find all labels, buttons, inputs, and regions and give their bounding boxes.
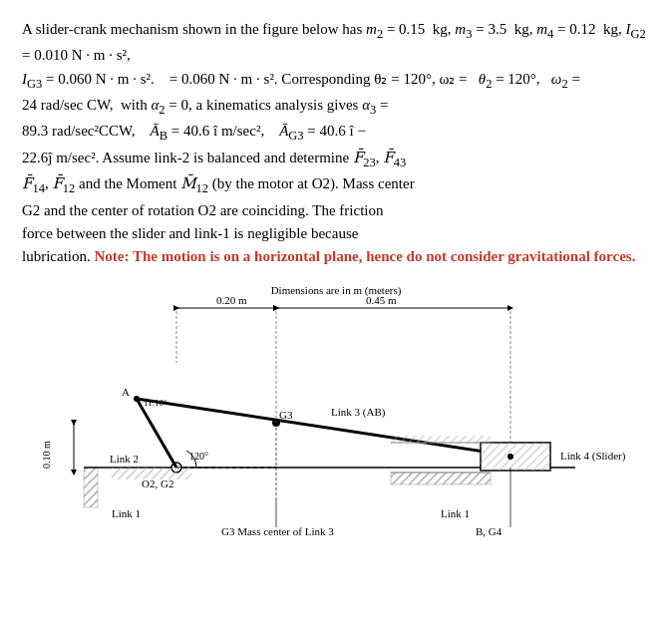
text-line-4: 89.3 rad/sec²CCW, ĀB = 40.6 î m/sec², ĀG…	[22, 120, 650, 146]
text-line-6: F̄14, F̄12 and the Moment M̄12 (by the m…	[22, 172, 650, 198]
text-line-3: 24 rad/sec CW, with α2 = 0, a kinematics…	[22, 94, 650, 120]
link2-line	[137, 399, 176, 468]
slider-hatch	[481, 443, 550, 471]
ground-hatch-o2	[112, 468, 191, 479]
text-line-5: 22.6ĵ m/sec². Assume link-2 is balanced …	[22, 147, 650, 172]
a-dot	[134, 396, 140, 402]
angle-120-label: 120°	[189, 451, 208, 462]
diagram-svg: Dimensions are in m (meters) 0.20 m 0.45…	[22, 278, 650, 567]
ground-left	[84, 468, 98, 507]
text-line-8: force between the slider and link-1 is n…	[22, 222, 650, 245]
link1-right-label: Link 1	[441, 507, 470, 519]
link4-label: Link 4 (Slider)	[560, 450, 626, 463]
link2-label: Link 2	[110, 453, 139, 465]
dim2-label: 0.45 m	[366, 294, 397, 306]
text-line-2: IG3 = 0.060 N · m · s². = 0.060 N · m · …	[22, 68, 650, 94]
angle-110-label: 11.10°	[144, 398, 168, 408]
link3-label: Link 3 (AB)	[331, 406, 386, 419]
g3-mass-label: G3 Mass center of Link 3	[221, 525, 334, 537]
ground-right-lower	[391, 473, 491, 484]
b-dot	[507, 454, 513, 460]
b-g4-label: B, G4	[476, 525, 503, 537]
problem-text: A slider-crank mechanism shown in the fi…	[22, 18, 650, 268]
a-label: A	[122, 386, 130, 398]
text-line-9: lubrication. Note: The motion is on a ho…	[22, 245, 650, 268]
link1-left-label: Link 1	[112, 507, 141, 519]
dim3-label: 0.10 m	[41, 441, 52, 469]
diagram-area: Dimensions are in m (meters) 0.20 m 0.45…	[22, 278, 650, 567]
note-text: Note: The motion is on a horizontal plan…	[94, 248, 635, 264]
text-line-1: A slider-crank mechanism shown in the fi…	[22, 18, 650, 68]
link3-line	[137, 399, 510, 456]
g3-label: G3	[279, 409, 293, 421]
dim1-label: 0.20 m	[216, 294, 247, 306]
text-line-7: G2 and the center of rotation O2 are coi…	[22, 199, 650, 222]
